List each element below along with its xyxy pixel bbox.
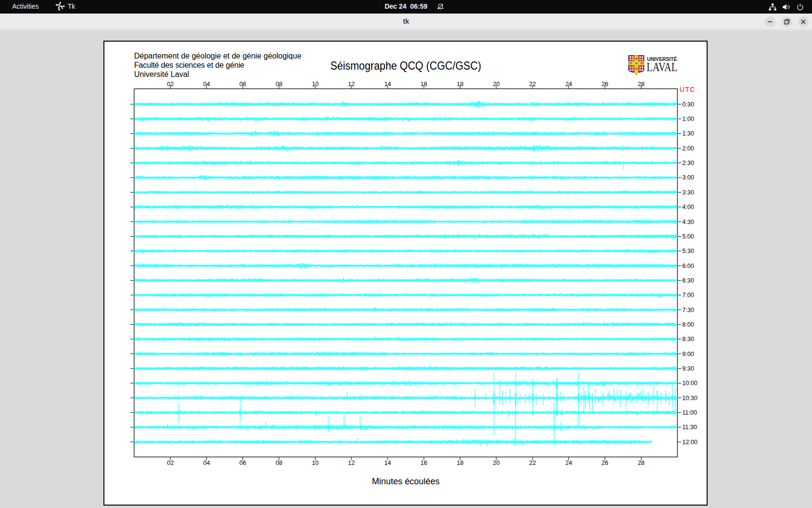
svg-text:12: 12 — [348, 460, 355, 466]
svg-text:11:30: 11:30 — [682, 424, 697, 431]
svg-text:06: 06 — [239, 460, 246, 466]
svg-text:4:30: 4:30 — [682, 219, 695, 225]
svg-text:1:00: 1:00 — [682, 116, 695, 122]
svg-text:1:30: 1:30 — [682, 130, 695, 137]
svg-text:6:00: 6:00 — [682, 263, 695, 269]
svg-text:14: 14 — [384, 81, 391, 88]
svg-text:22: 22 — [529, 460, 536, 466]
svg-text:5:00: 5:00 — [682, 233, 695, 240]
svg-text:16: 16 — [420, 81, 427, 88]
svg-text:Faculté des sciences et de gén: Faculté des sciences et de génie — [134, 61, 245, 69]
svg-text:12: 12 — [348, 81, 355, 88]
svg-text:3:00: 3:00 — [682, 174, 695, 181]
svg-text:10:00: 10:00 — [682, 380, 698, 387]
svg-text:20: 20 — [493, 460, 500, 466]
svg-text:26: 26 — [602, 460, 609, 466]
svg-text:3:30: 3:30 — [682, 189, 695, 196]
svg-text:7:00: 7:00 — [682, 292, 695, 299]
svg-text:4:00: 4:00 — [682, 204, 695, 210]
svg-text:10: 10 — [312, 460, 319, 466]
svg-text:02: 02 — [167, 81, 174, 88]
svg-text:24: 24 — [566, 81, 572, 88]
svg-text:7:30: 7:30 — [682, 307, 695, 314]
svg-text:12:00: 12:00 — [682, 439, 698, 446]
svg-text:28: 28 — [638, 460, 645, 466]
svg-text:26: 26 — [602, 81, 609, 88]
svg-text:08: 08 — [276, 81, 282, 88]
svg-text:9:00: 9:00 — [682, 351, 695, 358]
svg-text:10: 10 — [312, 81, 319, 88]
svg-text:UTC: UTC — [680, 86, 696, 93]
svg-text:10:30: 10:30 — [682, 395, 698, 402]
svg-text:Séismographe QCQ (CGC/GSC): Séismographe QCQ (CGC/GSC) — [331, 59, 481, 72]
svg-text:Département de géologie et de: Département de géologie et de génie géol… — [134, 52, 302, 60]
svg-text:2:30: 2:30 — [682, 160, 695, 166]
svg-text:9:30: 9:30 — [682, 365, 695, 372]
svg-text:04: 04 — [203, 81, 210, 88]
svg-text:LAVAL: LAVAL — [647, 60, 678, 74]
svg-text:2:00: 2:00 — [682, 145, 695, 152]
svg-text:11:00: 11:00 — [682, 409, 697, 416]
svg-text:Université Laval: Université Laval — [134, 70, 189, 78]
svg-text:06: 06 — [239, 81, 246, 88]
svg-text:08: 08 — [276, 460, 282, 466]
svg-text:6:30: 6:30 — [682, 277, 695, 284]
svg-text:24: 24 — [566, 460, 572, 466]
svg-text:18: 18 — [457, 81, 464, 88]
svg-text:04: 04 — [203, 460, 210, 466]
svg-text:16: 16 — [420, 460, 427, 466]
svg-text:5:30: 5:30 — [682, 248, 695, 254]
svg-text:0:30: 0:30 — [682, 101, 695, 108]
svg-text:28: 28 — [638, 81, 645, 88]
svg-text:Minutes écoulées: Minutes écoulées — [372, 477, 440, 486]
svg-text:8:00: 8:00 — [682, 321, 695, 328]
svg-text:18: 18 — [457, 460, 464, 466]
svg-text:20: 20 — [493, 81, 500, 88]
svg-text:8:30: 8:30 — [682, 336, 695, 343]
svg-text:22: 22 — [529, 81, 536, 88]
svg-text:14: 14 — [384, 460, 391, 466]
svg-text:02: 02 — [167, 460, 174, 466]
